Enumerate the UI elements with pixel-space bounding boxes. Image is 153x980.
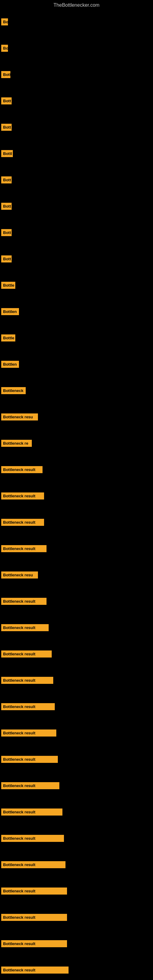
bar-row: Bott [0, 193, 153, 219]
site-title: TheBottlenecker.com [0, 0, 153, 9]
bar-label: Bottleneck result [1, 492, 44, 500]
bar-label: Bottleneck result [1, 730, 56, 737]
bar-label: Bottle [1, 282, 15, 289]
bar-label: Bottlen [1, 308, 19, 315]
bar-label: Bo [1, 18, 8, 25]
bar-label: Bott [1, 97, 12, 105]
bar-label: Bottleneck result [1, 888, 67, 894]
bar-label: Bottleneck result [1, 651, 52, 657]
bar-row: Bottl [0, 140, 153, 167]
bar-row: Bottleneck resu [0, 404, 153, 430]
bar-row: Bottleneck result [0, 746, 153, 772]
bar-label: Bottleneck result [1, 756, 58, 763]
bar-row: Bottleneck result [0, 931, 153, 957]
bar-row: Bottleneck result [0, 456, 153, 483]
bar-row: Bottleneck result [0, 957, 153, 980]
bar-row: Bottleneck result [0, 588, 153, 614]
bar-row: Bott [0, 219, 153, 246]
bar-row: Bott [0, 246, 153, 272]
bar-row: Bottleneck result [0, 825, 153, 851]
bar-label: Bottleneck result [1, 808, 62, 816]
bar-label: Bottleneck result [1, 519, 44, 526]
bar-label: Bottleneck result [1, 545, 46, 552]
bar-label: Bottleneck result [1, 598, 46, 605]
bar-row: Bo [0, 35, 153, 61]
bar-label: Bottlen [1, 361, 19, 368]
bar-row: Bottlen [0, 351, 153, 377]
bar-label: Bott [1, 255, 12, 262]
bar-row: Bottleneck result [0, 851, 153, 878]
bar-label: Bo [1, 45, 8, 52]
bar-label: Bottleneck result [1, 940, 67, 947]
bar-row: Bott [0, 88, 153, 114]
bar-row: Bottleneck result [0, 614, 153, 641]
bar-label: Bottleneck [1, 387, 26, 394]
bar-label: Bottleneck result [1, 782, 59, 789]
bar-row: Bottleneck resu [0, 562, 153, 588]
bar-row: Bottleneck re [0, 430, 153, 456]
bar-label: Bottleneck result [1, 624, 49, 631]
bars-container: BoBoBottBottBottBottlBottBottBottBottBot… [0, 9, 153, 980]
bar-row: Bottleneck [0, 377, 153, 404]
bar-label: Bott [1, 71, 10, 78]
bar-label: Bottle [1, 334, 15, 342]
bar-row: Bottleneck result [0, 904, 153, 931]
bar-label: Bott [1, 177, 12, 183]
bar-label: Bottleneck result [1, 835, 64, 842]
bar-row: Bottleneck result [0, 641, 153, 667]
bar-label: Bottl [1, 150, 13, 157]
bar-label: Bottleneck re [1, 440, 32, 447]
bar-label: Bottleneck result [1, 967, 69, 974]
bar-row: Bottlen [0, 298, 153, 325]
bar-row: Bott [0, 61, 153, 88]
bar-label: Bott [1, 203, 12, 210]
bar-label: Bottleneck resu [1, 571, 38, 579]
bar-row: Bottleneck result [0, 509, 153, 535]
bar-row: Bottle [0, 325, 153, 351]
bar-row: Bottleneck result [0, 694, 153, 720]
bar-row: Bottleneck result [0, 535, 153, 562]
bar-row: Bo [0, 9, 153, 35]
bar-row: Bottleneck result [0, 799, 153, 825]
bar-label: Bottleneck result [1, 466, 43, 473]
bar-row: Bottleneck result [0, 878, 153, 904]
bar-row: Bottleneck result [0, 667, 153, 694]
bar-row: Bottleneck result [0, 483, 153, 509]
bar-label: Bott [1, 124, 12, 131]
bar-label: Bottleneck resu [1, 414, 38, 420]
bar-label: Bottleneck result [1, 861, 65, 868]
bar-row: Bottleneck result [0, 772, 153, 799]
bar-label: Bottleneck result [1, 677, 53, 684]
bar-row: Bott [0, 114, 153, 140]
bar-label: Bott [1, 229, 12, 236]
bar-label: Bottleneck result [1, 703, 55, 710]
bar-row: Bottleneck result [0, 720, 153, 746]
bar-row: Bottle [0, 272, 153, 298]
bar-row: Bott [0, 167, 153, 193]
bar-label: Bottleneck result [1, 914, 67, 921]
